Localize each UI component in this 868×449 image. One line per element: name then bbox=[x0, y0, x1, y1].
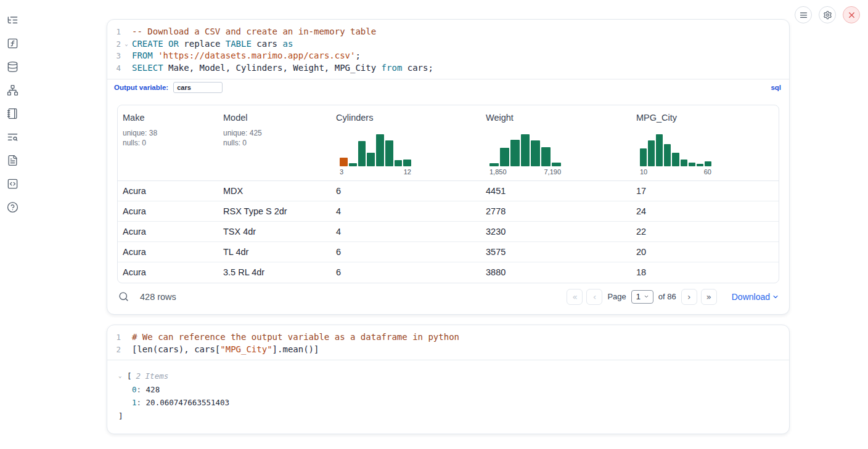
network-icon bbox=[7, 84, 18, 96]
histogram-bar bbox=[510, 140, 520, 166]
file-explorer-button[interactable] bbox=[5, 12, 20, 28]
page-select[interactable]: 1 bbox=[631, 290, 653, 304]
first-page-button[interactable]: « bbox=[567, 289, 583, 305]
tree-close-line: ] bbox=[118, 410, 789, 423]
tree-open-bracket: [ bbox=[127, 370, 132, 383]
table-row[interactable]: AcuraMDX6445117 bbox=[118, 181, 779, 201]
download-button[interactable]: Download bbox=[732, 292, 779, 302]
dependency-graph-button[interactable] bbox=[5, 83, 20, 98]
fold-chevron-icon[interactable]: ⌄ bbox=[121, 38, 132, 51]
histogram-bar bbox=[521, 134, 530, 166]
code-line: 1-- Download a CSV and create an in-memo… bbox=[107, 26, 789, 38]
column-stat: unique: 425 bbox=[223, 128, 326, 138]
histogram-range: 312 bbox=[340, 168, 411, 176]
help-button[interactable] bbox=[5, 200, 20, 215]
square-function-icon bbox=[7, 38, 18, 49]
column-stat: nulls: 0 bbox=[223, 138, 326, 148]
download-label: Download bbox=[732, 292, 770, 302]
column-name: Weight bbox=[486, 113, 626, 123]
column-header-Cylinders[interactable]: Cylinders312 bbox=[331, 105, 481, 180]
fold-chevron-icon bbox=[121, 62, 132, 75]
histogram-bar bbox=[640, 148, 647, 166]
file-tree-icon bbox=[7, 14, 18, 26]
histogram-MPG_City: 1060 bbox=[640, 134, 711, 176]
notebook-icon bbox=[7, 108, 18, 119]
column-header-Model[interactable]: Modelunique: 425nulls: 0 bbox=[218, 105, 331, 180]
table-body: AcuraMDX6445117AcuraRSX Type S 2dr427782… bbox=[118, 181, 779, 283]
column-name: Make bbox=[123, 113, 213, 123]
histogram-Cylinders: 312 bbox=[340, 134, 411, 176]
shutdown-button[interactable] bbox=[843, 6, 860, 23]
documentation-button[interactable] bbox=[5, 153, 20, 168]
gear-icon bbox=[823, 10, 832, 20]
tree-items-count: 2 Items bbox=[136, 370, 169, 383]
variables-button[interactable] bbox=[5, 36, 20, 51]
menu-button[interactable] bbox=[795, 6, 812, 23]
code-text: # We can reference the output variable a… bbox=[132, 331, 789, 344]
python-code-editor[interactable]: 1# We can reference the output variable … bbox=[107, 325, 789, 360]
chevron-down-icon bbox=[644, 294, 649, 299]
line-number: 1 bbox=[107, 26, 121, 38]
histogram-bar bbox=[340, 158, 348, 166]
table-cell: Acura bbox=[118, 227, 218, 237]
table-cell: 17 bbox=[631, 186, 779, 196]
table-cell: 3.5 RL 4dr bbox=[218, 267, 331, 277]
line-number: 1 bbox=[107, 331, 121, 344]
histogram-bar bbox=[385, 140, 393, 166]
notebook: 1-- Download a CSV and create an in-memo… bbox=[107, 19, 790, 434]
table-cell: 18 bbox=[631, 267, 779, 277]
histogram-bar bbox=[697, 164, 703, 166]
table-cell: Acura bbox=[118, 247, 218, 257]
histogram-bar bbox=[681, 160, 687, 166]
collapse-chevron-icon[interactable]: ⌄ bbox=[118, 370, 126, 383]
output-variable-input[interactable] bbox=[173, 82, 223, 93]
prev-page-button[interactable]: ‹ bbox=[586, 289, 602, 305]
chevron-down-icon bbox=[772, 293, 779, 301]
histogram-bar bbox=[489, 163, 499, 166]
sql-cell: 1-- Download a CSV and create an in-memo… bbox=[107, 19, 790, 315]
histogram-bar bbox=[705, 161, 711, 166]
histogram-bar bbox=[376, 134, 384, 166]
python-cell: 1# We can reference the output variable … bbox=[107, 325, 790, 434]
table-cell: 24 bbox=[631, 206, 779, 216]
last-page-button[interactable]: » bbox=[701, 289, 717, 305]
table-row[interactable]: AcuraTSX 4dr4323022 bbox=[118, 222, 779, 242]
logs-button[interactable] bbox=[5, 129, 20, 145]
table-cell: RSX Type S 2dr bbox=[218, 206, 331, 216]
table-cell: Acura bbox=[118, 186, 218, 196]
snippets-button[interactable] bbox=[5, 176, 20, 192]
tree-root-line: ⌄[2 Items bbox=[118, 370, 789, 383]
code-text: -- Download a CSV and create an in-memor… bbox=[132, 26, 789, 38]
table-cell: Acura bbox=[118, 206, 218, 216]
table-row[interactable]: AcuraRSX Type S 2dr4277824 bbox=[118, 201, 779, 222]
table-cell: TSX 4dr bbox=[218, 227, 331, 237]
table-cell: 4451 bbox=[481, 186, 631, 196]
total-pages-label: of 86 bbox=[658, 292, 676, 301]
scratchpad-button[interactable] bbox=[5, 106, 20, 121]
file-text-icon bbox=[7, 155, 18, 166]
code-line: 3FROM 'https://datasets.marimo.app/cars.… bbox=[107, 50, 789, 62]
code-line: 2⌄CREATE OR replace TABLE cars as bbox=[107, 38, 789, 51]
line-number: 2 bbox=[107, 344, 121, 356]
table-search-button[interactable] bbox=[117, 290, 130, 303]
histogram-bar bbox=[531, 140, 540, 166]
tree-entry-key: 1 bbox=[132, 396, 137, 410]
sql-code-editor[interactable]: 1-- Download a CSV and create an in-memo… bbox=[107, 20, 789, 79]
settings-button[interactable] bbox=[819, 6, 836, 23]
column-name: Model bbox=[223, 113, 326, 123]
code-text: [len(cars), cars["MPG_City"].mean()] bbox=[132, 344, 789, 356]
table-cell: 22 bbox=[631, 227, 779, 237]
data-sources-button[interactable] bbox=[5, 59, 20, 75]
python-cell-output: ⌄[2 Items0: 4281: 20.060747663551403] bbox=[107, 360, 789, 434]
line-number: 2 bbox=[107, 38, 121, 51]
fold-chevron-icon bbox=[121, 344, 132, 356]
next-page-button[interactable]: › bbox=[681, 289, 697, 305]
table-row[interactable]: Acura3.5 RL 4dr6388018 bbox=[118, 262, 779, 283]
column-header-MPG_City[interactable]: MPG_City1060 bbox=[631, 105, 779, 180]
histogram-bar bbox=[672, 153, 679, 166]
histogram-bar bbox=[656, 134, 663, 166]
column-header-Make[interactable]: Makeunique: 38nulls: 0 bbox=[118, 105, 218, 180]
table-row[interactable]: AcuraTL 4dr6357520 bbox=[118, 242, 779, 262]
column-stat: unique: 38 bbox=[123, 128, 213, 138]
column-header-Weight[interactable]: Weight1,8507,190 bbox=[481, 105, 631, 180]
